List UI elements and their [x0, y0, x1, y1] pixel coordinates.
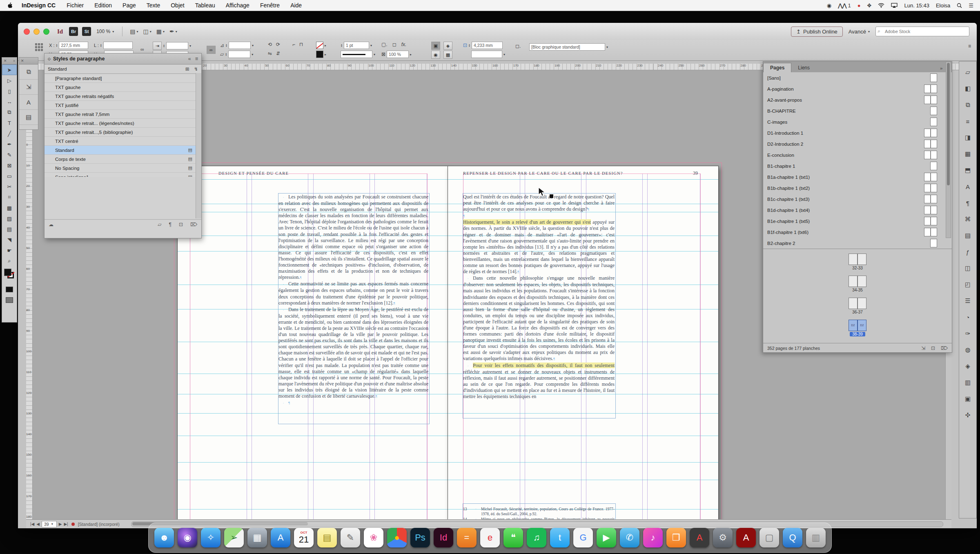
view-control-icon[interactable]: ◫▾: [140, 27, 154, 36]
view-control-icon[interactable]: ▦▾: [154, 27, 167, 36]
tool-button[interactable]: ◥: [2, 234, 17, 245]
style-list-item[interactable]: TXT gauche retraits négatifs ▤: [45, 92, 201, 101]
menu-user[interactable]: Eloisa: [936, 2, 950, 9]
notification-dot-icon[interactable]: ●: [858, 2, 861, 9]
scale-x-icon[interactable]: ⇥: [153, 42, 162, 50]
collapsed-panel-icon[interactable]: ≡: [959, 113, 976, 129]
tool-button[interactable]: ☛: [2, 245, 17, 256]
menu-item[interactable]: Aide: [285, 2, 307, 9]
master-page-item[interactable]: E-conclusion: [763, 149, 952, 160]
dock-icon[interactable]: ➢: [224, 528, 244, 547]
dock-icon[interactable]: ❀: [364, 528, 383, 547]
collapsed-panel-icon[interactable]: ✣: [959, 407, 976, 423]
collapsed-panel-icon[interactable]: ◍: [959, 342, 976, 358]
shear-angle-field[interactable]: [228, 51, 250, 58]
master-page-item[interactable]: D1-Introduction 1: [763, 127, 952, 138]
style-list-item[interactable]: TXT centré ▤: [45, 137, 201, 146]
adobe-stock-search-input[interactable]: [875, 27, 969, 36]
menu-item[interactable]: Tableau: [190, 2, 220, 9]
collapsed-panel-icon[interactable]: ▤: [19, 110, 38, 125]
stroke-type-dropdown[interactable]: [341, 51, 372, 58]
style-list-item[interactable]: TXT gauche retrait 7,5mm ▤: [45, 110, 201, 119]
body-text-column[interactable]: ·Les politiques du soin analysées par Fo…: [278, 194, 428, 406]
notification-center-icon[interactable]: ☰: [969, 2, 973, 9]
wrap-jump-icon[interactable]: ▩: [443, 51, 452, 59]
master-page-item[interactable]: B1f-chapitre 1 (txt6): [763, 227, 952, 238]
spotlight-search-icon[interactable]: [957, 3, 962, 8]
zoom-level-dropdown[interactable]: 100 %▾: [93, 27, 117, 36]
menu-clock[interactable]: Lun. 15:43: [904, 2, 929, 9]
master-page-item[interactable]: B1a-chapitre 1 (txt1): [763, 171, 952, 182]
dock-icon[interactable]: A: [736, 528, 756, 547]
corner-options-icon[interactable]: ▢.: [381, 42, 388, 47]
master-page-item[interactable]: [Sans]: [763, 72, 952, 83]
dock-icon[interactable]: ▥: [806, 528, 826, 547]
tab-pages[interactable]: Pages: [763, 63, 791, 72]
tool-button[interactable]: ➤: [2, 65, 17, 75]
master-page-item[interactable]: B1b-chapitre 1 (txt2): [763, 182, 952, 194]
tool-button[interactable]: ✒: [2, 139, 17, 149]
redefine-style-icon[interactable]: ↯: [194, 66, 198, 72]
collapsed-panel-icon[interactable]: ◧: [959, 80, 976, 97]
adobe-cc-menu-icon[interactable]: ⋀⋀1: [838, 2, 851, 9]
rotation-angle-field[interactable]: [229, 42, 251, 49]
window-close-button[interactable]: [24, 29, 30, 35]
collapsed-panel-icon[interactable]: A: [959, 178, 976, 195]
flip-horizontal-icon[interactable]: ⇋: [268, 51, 272, 56]
spread-item[interactable]: 36-37: [763, 295, 952, 317]
wrap-object-icon[interactable]: ◉: [431, 51, 440, 59]
style-list-item[interactable]: [Paragraphe standard] ▤: [45, 74, 201, 83]
menu-item[interactable]: Objet: [165, 2, 189, 9]
tool-button[interactable]: ╱: [2, 128, 17, 139]
tool-button[interactable]: ▯: [2, 86, 17, 96]
tools-collapse-icon[interactable]: »: [13, 59, 15, 63]
workspace-dropdown[interactable]: Avancé▾: [849, 29, 870, 35]
dock-icon[interactable]: t: [550, 528, 570, 547]
collapsed-panel-icon[interactable]: A: [19, 95, 38, 110]
collapsed-panel-icon[interactable]: ▦: [959, 146, 976, 162]
master-page-item[interactable]: B1-chapitre 1: [763, 160, 952, 171]
tool-button[interactable]: ▩: [2, 202, 17, 213]
tool-button[interactable]: ▨: [2, 213, 17, 224]
page-thumbnail[interactable]: [849, 298, 858, 309]
width-field[interactable]: [103, 42, 133, 49]
collapsed-panel-icon[interactable]: ☰: [959, 293, 976, 309]
collapsed-panel-icon[interactable]: ▱: [959, 64, 976, 80]
window-zoom-button[interactable]: [43, 29, 49, 35]
master-page-item[interactable]: B1c-chapitre 1 (txt3): [763, 194, 952, 205]
dock-icon[interactable]: ▶: [597, 528, 616, 547]
spread-item[interactable]: D2 D2 38-39: [763, 317, 952, 339]
cc-sync-icon[interactable]: ☁: [49, 222, 53, 227]
collapsed-panel-icon[interactable]: ◨: [959, 129, 976, 146]
tool-button[interactable]: ✎: [2, 149, 17, 160]
style-list-item[interactable]: No Spacing ▤: [45, 164, 201, 173]
collapsed-panel-icon[interactable]: ▥: [959, 374, 976, 391]
footnote-block[interactable]: 13·Michel Foucault, Sécurité, territoire…: [463, 507, 615, 519]
object-style-dropdown[interactable]: [Bloc graphique standard]: [529, 43, 605, 51]
next-page-button[interactable]: ▶: [59, 522, 62, 526]
dock-icon[interactable]: ⚙: [713, 528, 733, 547]
effects-icon[interactable]: fx.: [401, 42, 407, 47]
vertical-ruler[interactable]: 0102030405060708090100110120130140150160…: [26, 70, 33, 519]
select-content-icon[interactable]: ⊓: [299, 42, 303, 47]
menu-app-name[interactable]: InDesign CC: [16, 2, 61, 9]
dock-icon[interactable]: =: [457, 528, 477, 547]
collapsed-panel-icon[interactable]: ⌘: [959, 211, 976, 227]
menu-item[interactable]: Edition: [89, 2, 117, 9]
master-page-item[interactable]: B1d-chapitre 1 (txt4): [763, 205, 952, 216]
master-page-item[interactable]: D2-Introduction 2: [763, 138, 952, 149]
tool-button[interactable]: T: [2, 118, 17, 128]
dock-icon[interactable]: ❒: [666, 528, 686, 547]
collapsed-panel-icon[interactable]: ▣: [959, 391, 976, 407]
wrap-none-icon[interactable]: ▣: [431, 42, 440, 50]
swatch-dropdown[interactable]: [471, 51, 502, 58]
stroke-weight-field[interactable]: 1 pt: [344, 42, 369, 49]
bridge-button[interactable]: Br: [69, 27, 78, 36]
collapsed-panel-icon[interactable]: ⧉: [959, 97, 976, 113]
style-list-item[interactable]: TXT gauche retrait... (légendes/notes) ▤: [45, 119, 201, 128]
corner-shape-icon[interactable]: ◻: [392, 42, 396, 47]
dock-icon[interactable]: A: [271, 528, 290, 547]
dock-icon[interactable]: ❝: [503, 528, 523, 547]
preflight-text[interactable]: [Standard] (incorporé): [78, 522, 120, 527]
select-container-icon[interactable]: ⌐: [292, 42, 295, 47]
